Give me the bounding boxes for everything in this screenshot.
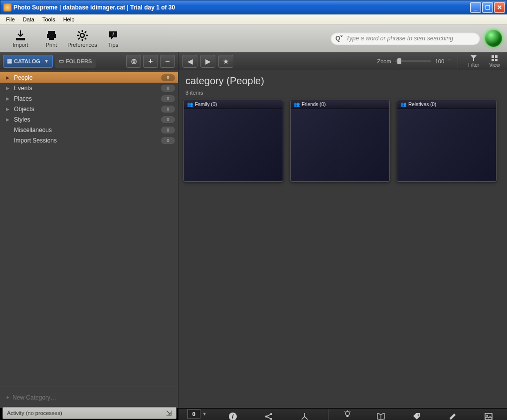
- category-row-places[interactable]: ▶Places0: [0, 93, 178, 104]
- svg-rect-2: [49, 37, 54, 40]
- tab-catalog[interactable]: ▦ CATALOG ▼: [3, 55, 53, 68]
- thumbnail-header: 👥Relatives (0): [397, 100, 496, 109]
- info-button[interactable]: i Info: [220, 412, 245, 420]
- add-button[interactable]: +: [143, 55, 158, 68]
- expand-triangle-icon[interactable]: ▶: [6, 96, 11, 101]
- batch-button[interactable]: Batch: [292, 412, 317, 420]
- print-button[interactable]: Print: [36, 29, 67, 48]
- svg-rect-14: [495, 55, 498, 58]
- svg-line-22: [266, 414, 271, 417]
- thumbnail-header: 👥Friends (0): [291, 100, 389, 109]
- assign-button[interactable]: Assign: [404, 412, 429, 420]
- expand-triangle-icon[interactable]: ▶: [6, 107, 11, 112]
- preview-button[interactable]: Preview: [476, 412, 501, 420]
- svg-line-25: [302, 417, 305, 420]
- slider-knob[interactable]: [397, 58, 401, 64]
- content-area: ◀ ▶ ★ Zoom 100 ˅ Filter View category (P…: [178, 52, 507, 408]
- nav-forward-button[interactable]: ▶: [200, 55, 215, 68]
- svg-rect-0: [48, 31, 55, 34]
- folder-icon: ▭: [59, 58, 64, 64]
- menu-tools[interactable]: Tools: [38, 15, 59, 23]
- new-category-button[interactable]: + New Category…: [0, 387, 178, 408]
- category-label: Places: [14, 95, 158, 102]
- tips-icon: i: [107, 29, 120, 42]
- nav-back-button[interactable]: ◀: [182, 55, 197, 68]
- brush-icon: [448, 412, 457, 420]
- plus-icon: +: [148, 57, 153, 66]
- content-toolbar: ◀ ▶ ★ Zoom 100 ˅ Filter View: [178, 52, 507, 70]
- view-button[interactable]: View: [486, 54, 503, 68]
- svg-line-23: [266, 417, 271, 419]
- thumbnail-grid: 👥Family (0)👥Friends (0)👥Relatives (0): [178, 100, 507, 182]
- svg-line-29: [344, 411, 345, 412]
- expand-triangle-icon[interactable]: ▶: [6, 117, 11, 122]
- svg-rect-15: [492, 59, 494, 61]
- share-icon: [264, 412, 273, 420]
- details-button[interactable]: Details: [368, 412, 393, 420]
- menu-file[interactable]: File: [2, 15, 19, 23]
- svg-rect-34: [485, 414, 492, 420]
- thumbnail-label: Friends (0): [302, 102, 326, 107]
- category-label: Events: [14, 85, 158, 92]
- category-row-import-sessions[interactable]: Import Sessions0: [0, 135, 178, 145]
- chevron-down-icon[interactable]: ˅: [448, 59, 451, 64]
- expand-triangle-icon[interactable]: ▶: [6, 86, 11, 91]
- thumbnail-item[interactable]: 👥Family (0): [183, 100, 283, 182]
- image-basket-button[interactable]: 0 ▼ Image Basket: [184, 409, 209, 420]
- svg-line-11: [85, 31, 86, 33]
- category-count-badge: 0: [161, 137, 175, 144]
- zoom-slider[interactable]: [395, 60, 431, 62]
- funnel-icon: [470, 54, 477, 62]
- batch-icon: [300, 412, 309, 420]
- thumbnail-header: 👥Family (0): [184, 100, 283, 109]
- sidebar: ▦ CATALOG ▼ ▭ FOLDERS ◎ + − ▶People0▶Eve…: [0, 52, 178, 408]
- status-orb[interactable]: [485, 30, 502, 47]
- category-label: Miscellaneous: [14, 127, 158, 134]
- import-button[interactable]: Import: [5, 29, 36, 48]
- window-titlebar: Photo Supreme | database idimager.cat | …: [0, 0, 507, 14]
- search-placeholder: Type a word or phrase to start searching: [346, 35, 453, 42]
- bottom-toolbar: 0 ▼ Image Basket i Info Share Batch Ligh…: [178, 408, 507, 420]
- menu-help[interactable]: Help: [59, 15, 79, 23]
- thumbnail-label: Relatives (0): [408, 102, 436, 107]
- expand-triangle-icon[interactable]: ▶: [6, 75, 11, 80]
- main-toolbar: Import Print Preferences i Tips Q˅ Type …: [0, 24, 507, 52]
- adjust-button[interactable]: Adjust: [440, 412, 465, 420]
- dock-icon[interactable]: ⇲: [166, 409, 172, 417]
- filter-button[interactable]: Filter: [465, 54, 482, 68]
- thumbnail-item[interactable]: 👥Relatives (0): [397, 100, 497, 182]
- category-row-miscellaneous[interactable]: Miscellaneous0: [0, 125, 178, 135]
- menu-data[interactable]: Data: [19, 15, 38, 23]
- chevron-down-icon: ▼: [44, 59, 49, 64]
- remove-button[interactable]: −: [160, 55, 175, 68]
- category-row-objects[interactable]: ▶Objects0: [0, 104, 178, 114]
- light-table-button[interactable]: Light Table: [328, 409, 357, 420]
- svg-point-27: [345, 412, 349, 416]
- grid-icon: [491, 54, 498, 62]
- category-label: People: [14, 74, 158, 81]
- category-row-events[interactable]: ▶Events0: [0, 83, 178, 93]
- search-input[interactable]: Q˅ Type a word or phrase to start search…: [331, 32, 480, 45]
- people-icon: 👥: [294, 102, 300, 107]
- tag-icon: [412, 412, 421, 420]
- maximize-button[interactable]: ☐: [482, 2, 493, 13]
- close-button[interactable]: ✕: [494, 2, 505, 13]
- share-button[interactable]: Share: [256, 412, 281, 420]
- svg-rect-16: [495, 59, 498, 61]
- category-row-people[interactable]: ▶People0: [0, 72, 178, 83]
- search-icon: Q˅: [336, 35, 343, 42]
- preferences-button[interactable]: Preferences: [67, 29, 98, 48]
- zoom-control: Zoom 100 ˅ Filter View: [377, 54, 503, 69]
- activity-bar[interactable]: Activity (no processes) ⇲: [2, 407, 176, 419]
- tips-button[interactable]: i Tips: [98, 29, 129, 48]
- svg-line-8: [78, 31, 80, 33]
- favorite-button[interactable]: ★: [218, 55, 233, 68]
- category-row-styles[interactable]: ▶Styles0: [0, 114, 178, 125]
- thumbnail-label: Family (0): [195, 102, 217, 107]
- tab-folders[interactable]: ▭ FOLDERS: [55, 55, 96, 68]
- link-button[interactable]: ◎: [126, 55, 141, 68]
- zoom-value: 100: [435, 58, 444, 64]
- window-buttons: _ ☐ ✕: [470, 2, 505, 13]
- minimize-button[interactable]: _: [470, 2, 481, 13]
- thumbnail-item[interactable]: 👥Friends (0): [290, 100, 390, 182]
